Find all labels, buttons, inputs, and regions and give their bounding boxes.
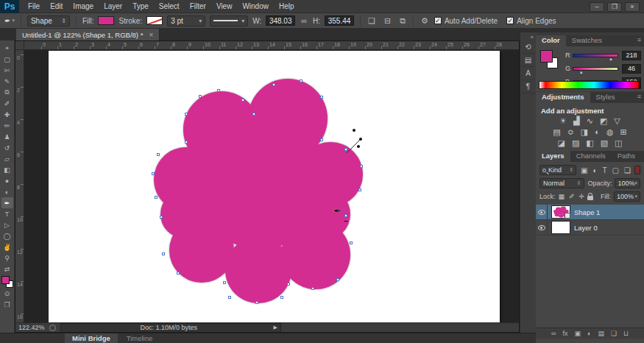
menu-file[interactable]: File bbox=[28, 2, 40, 10]
lasso-tool[interactable]: ✄ bbox=[1, 65, 13, 76]
menu-type[interactable]: Type bbox=[132, 2, 149, 10]
layer-effects-icon[interactable]: fx bbox=[562, 330, 567, 337]
anchor-point[interactable] bbox=[320, 138, 323, 141]
color-spectrum-ramp[interactable] bbox=[539, 81, 641, 89]
layers-tab-layers[interactable]: Layers bbox=[536, 151, 570, 162]
direction-handle-dot[interactable] bbox=[353, 129, 355, 132]
black-white-icon[interactable]: ◨ bbox=[581, 127, 588, 137]
eye-cell[interactable] bbox=[536, 220, 548, 236]
expand-panels-icon[interactable]: « bbox=[531, 34, 534, 40]
shape-height-field[interactable]: 355.44 bbox=[325, 15, 354, 26]
slider-thumb[interactable]: ▲ bbox=[579, 70, 584, 74]
quick-mask-icon[interactable]: ⊙ bbox=[1, 288, 13, 299]
hand-tool[interactable]: ✌ bbox=[1, 241, 13, 252]
filter-type-layers-icon[interactable]: T bbox=[603, 166, 607, 174]
menu-select[interactable]: Select bbox=[159, 2, 180, 10]
anchor-point[interactable] bbox=[185, 141, 188, 144]
anchor-point[interactable] bbox=[272, 83, 275, 86]
status-flyout-arrow[interactable]: ▶ bbox=[274, 325, 277, 330]
layers-tab-channels[interactable]: Channels bbox=[570, 151, 612, 162]
layer-name[interactable]: Layer 0 bbox=[574, 224, 598, 232]
tab-close-icon[interactable]: × bbox=[149, 31, 153, 39]
foreground-color-swatch[interactable] bbox=[540, 50, 553, 63]
new-group-icon[interactable]: ▤ bbox=[598, 330, 604, 337]
tool-mode-select[interactable]: Shape⇕ bbox=[27, 15, 70, 26]
curves-icon[interactable]: ∿ bbox=[587, 116, 593, 126]
gear-icon[interactable]: ⚙ bbox=[420, 16, 430, 26]
channel-slider[interactable]: ▲ bbox=[573, 67, 618, 71]
layer-row[interactable]: Layer 0 bbox=[536, 220, 644, 236]
menu-window[interactable]: Window bbox=[242, 2, 269, 10]
eraser-tool[interactable]: ▱ bbox=[1, 153, 13, 164]
stroke-width-select[interactable]: 3 pt▾ bbox=[167, 15, 205, 26]
shape-width-field[interactable]: 348.03 bbox=[266, 15, 295, 26]
layer-filter-kind-select[interactable]: Kind ⇕ bbox=[539, 165, 576, 175]
canvas[interactable] bbox=[49, 51, 500, 322]
link-layers-icon[interactable]: ∞ bbox=[551, 330, 556, 337]
type-tool[interactable]: T bbox=[1, 208, 13, 219]
flower-shape[interactable] bbox=[133, 71, 376, 310]
filter-adjustment-layers-icon[interactable]: ◐ bbox=[592, 166, 597, 174]
crop-tool[interactable]: ⧉ bbox=[1, 87, 13, 98]
checkbox-auto-add-delete[interactable]: ✓Auto Add/Delete bbox=[434, 17, 498, 25]
path-selection-tool[interactable]: ▷ bbox=[1, 219, 13, 230]
color-lookup-icon[interactable]: ⊞ bbox=[620, 127, 627, 137]
anchor-point[interactable] bbox=[241, 99, 244, 102]
anchor-point[interactable] bbox=[350, 241, 353, 244]
color-tab-swatches[interactable]: Swatches bbox=[566, 35, 608, 46]
vertical-ruler[interactable]: 0246810121416 bbox=[15, 50, 24, 332]
anchor-point[interactable] bbox=[157, 153, 160, 156]
anchor-point[interactable] bbox=[152, 172, 155, 175]
path-operations-button[interactable]: ❏ bbox=[367, 16, 377, 26]
anchor-point[interactable] bbox=[155, 196, 158, 199]
layer-thumbnail[interactable] bbox=[551, 221, 570, 234]
lock-transparency-icon[interactable]: ▦ bbox=[559, 193, 565, 200]
brush-tool[interactable]: ✏ bbox=[1, 120, 13, 131]
quick-selection-tool[interactable]: ✎ bbox=[1, 76, 13, 87]
gradient-tool[interactable]: ◧ bbox=[1, 164, 13, 175]
link-dimensions-icon[interactable]: ∞ bbox=[300, 16, 308, 25]
lock-pixels-icon[interactable]: ✐ bbox=[569, 193, 575, 200]
posterize-icon[interactable]: ▨ bbox=[572, 138, 579, 148]
zoom-level-field[interactable]: 122.42% bbox=[18, 324, 49, 331]
paragraph-panel-icon[interactable]: ¶ bbox=[522, 80, 535, 93]
tool-preset-picker[interactable]: ✒ ▾ bbox=[4, 17, 15, 25]
anchor-point[interactable] bbox=[300, 79, 302, 82]
lock-position-icon[interactable]: ✛ bbox=[579, 193, 585, 200]
channel-value-field[interactable]: 46 bbox=[622, 64, 641, 74]
anchor-point[interactable] bbox=[360, 165, 363, 168]
checkbox-align-edges[interactable]: ✓Align Edges bbox=[506, 17, 556, 25]
filter-smart-objects-icon[interactable]: ❏ bbox=[624, 166, 631, 174]
layer-thumbnail[interactable] bbox=[551, 205, 570, 219]
path-alignment-button[interactable]: ⊟ bbox=[383, 16, 392, 26]
anchor-point[interactable] bbox=[255, 301, 258, 304]
filter-shape-layers-icon[interactable]: ▢ bbox=[612, 166, 619, 174]
properties-panel-icon[interactable]: ▤ bbox=[522, 54, 535, 67]
ruler-corner[interactable] bbox=[15, 41, 24, 50]
toolbar-foreground-swatch[interactable] bbox=[1, 276, 10, 284]
menu-layer[interactable]: Layer bbox=[104, 2, 122, 10]
add-layer-mask-icon[interactable]: ▣ bbox=[574, 330, 581, 337]
visibility-eye-icon[interactable] bbox=[538, 225, 545, 230]
layer-name[interactable]: Shape 1 bbox=[574, 208, 600, 216]
new-adjustment-layer-icon[interactable]: ◐ bbox=[587, 330, 591, 337]
new-layer-icon[interactable]: ❏ bbox=[611, 330, 617, 337]
color-menu-icon[interactable]: ≡ bbox=[634, 35, 644, 46]
adjustments-menu-icon[interactable]: ≡ bbox=[634, 92, 644, 103]
tab-mini-bridge[interactable]: Mini Bridge bbox=[65, 333, 118, 343]
channel-value-field[interactable]: 218 bbox=[622, 51, 641, 60]
clone-stamp-tool[interactable]: ♟ bbox=[1, 131, 13, 142]
selective-color-icon[interactable]: ◫ bbox=[615, 138, 622, 148]
anchor-point[interactable] bbox=[252, 113, 255, 116]
document-size-box[interactable]: Doc: 1.10M/0 bytes ▶ bbox=[60, 323, 281, 333]
invert-icon[interactable]: ◪ bbox=[557, 138, 565, 148]
blend-mode-select[interactable]: Normal ⇕ bbox=[539, 178, 584, 188]
delete-layer-icon[interactable]: ⊔ bbox=[623, 330, 629, 337]
move-tool[interactable]: ⌖ bbox=[1, 43, 13, 54]
menu-filter[interactable]: Filter bbox=[190, 2, 206, 10]
eye-cell[interactable] bbox=[536, 205, 548, 220]
pen-tool[interactable]: ✒ bbox=[1, 197, 13, 208]
menu-help[interactable]: Help bbox=[279, 2, 294, 10]
close-button[interactable]: × bbox=[625, 2, 640, 12]
photo-filter-icon[interactable]: ◐ bbox=[595, 127, 600, 137]
